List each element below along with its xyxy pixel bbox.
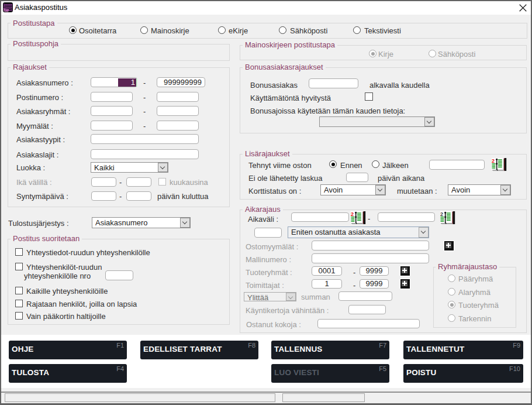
svg-text:2: 2 [351,211,354,217]
svg-text:2: 2 [492,158,495,164]
svg-text:2: 2 [440,211,443,217]
